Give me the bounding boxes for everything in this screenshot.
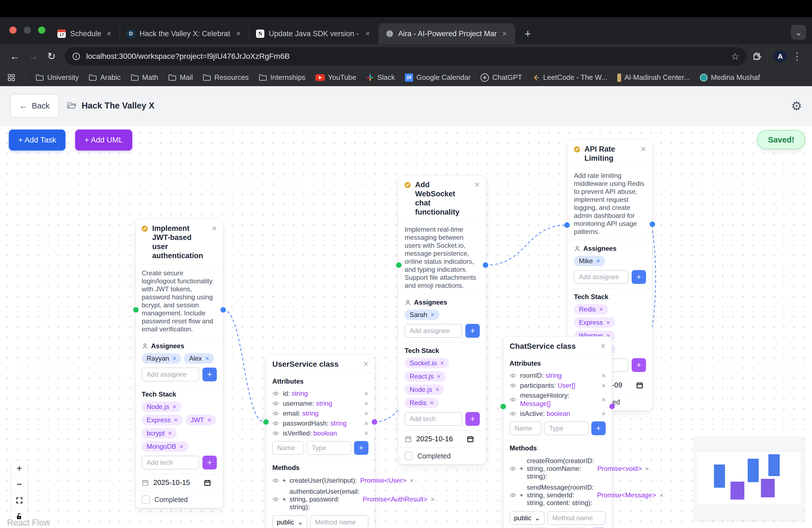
attribute-type-input[interactable] xyxy=(544,421,589,435)
handle-userservice-left[interactable] xyxy=(263,419,269,425)
site-info-icon[interactable] xyxy=(72,52,81,61)
tech-chip[interactable]: Redis× xyxy=(574,304,608,314)
tab-schedule[interactable]: 17 Schedule × xyxy=(50,23,120,44)
bookmark-university[interactable]: University xyxy=(35,73,79,82)
uml-card-userservice[interactable]: UserService class × Attributes id: strin… xyxy=(266,354,375,528)
profile-avatar[interactable]: A xyxy=(774,50,787,63)
add-uml-button[interactable]: + Add UML xyxy=(75,130,132,150)
url-text[interactable]: localhost:3000/workspace?project=l9jIU47… xyxy=(86,52,726,61)
bookmark-google-calendar[interactable]: 28Google Calendar xyxy=(405,73,471,82)
date-picker-icon[interactable] xyxy=(204,479,211,486)
close-tab-icon[interactable]: × xyxy=(501,29,508,38)
zoom-out-button[interactable]: − xyxy=(11,476,28,493)
handle-chatservice-left[interactable] xyxy=(501,404,506,409)
close-tab-icon[interactable]: × xyxy=(106,29,112,38)
remove-method-icon[interactable]: × xyxy=(410,476,414,484)
remove-tech-icon[interactable]: × xyxy=(435,386,439,394)
bookmark-arabic[interactable]: Arabic xyxy=(89,73,121,82)
due-date[interactable]: 2025-10-16 xyxy=(416,435,453,443)
remove-attribute-icon[interactable]: × xyxy=(364,399,368,408)
close-window-button[interactable] xyxy=(10,27,17,34)
tech-chip[interactable]: Express× xyxy=(142,415,183,425)
eye-icon[interactable] xyxy=(272,477,279,484)
remove-attribute-icon[interactable]: × xyxy=(364,429,368,437)
bookmark-star-icon[interactable]: ☆ xyxy=(731,51,739,62)
remove-tech-icon[interactable]: × xyxy=(172,403,176,411)
handle-websocket-right[interactable] xyxy=(483,262,488,268)
remove-attribute-icon[interactable]: × xyxy=(601,410,606,418)
tab-devpost[interactable]: D Hack the Valley X: Celebrating × xyxy=(120,23,249,44)
assignee-chip[interactable]: Alex× xyxy=(184,353,214,364)
add-task-button[interactable]: + Add Task xyxy=(9,130,66,150)
remove-attribute-icon[interactable]: × xyxy=(601,381,606,390)
tech-chip[interactable]: Socket.io× xyxy=(405,358,449,368)
add-attribute-button[interactable]: + xyxy=(591,421,606,435)
tech-chip[interactable]: Express× xyxy=(574,317,615,328)
eye-icon[interactable] xyxy=(272,390,279,397)
handle-userservice-right[interactable] xyxy=(372,419,377,425)
remove-assignee-icon[interactable]: × xyxy=(596,257,600,265)
tab-aira-active[interactable]: Aira - AI-Powered Project Mar × xyxy=(378,23,515,44)
remove-attribute-icon[interactable]: × xyxy=(601,395,606,404)
method-name-input[interactable] xyxy=(310,515,368,528)
url-bar[interactable]: localhost:3000/workspace?project=l9jIU47… xyxy=(64,47,746,65)
attribute-name-input[interactable] xyxy=(272,441,304,455)
back-button[interactable]: ← Back xyxy=(10,94,59,118)
close-icon[interactable]: × xyxy=(475,180,480,189)
add-assignee-button[interactable]: + xyxy=(632,270,646,284)
add-assignee-input[interactable] xyxy=(142,368,199,381)
add-tech-button[interactable]: + xyxy=(202,456,217,469)
assignee-chip[interactable]: Rayyan× xyxy=(142,353,181,364)
add-tech-button[interactable]: + xyxy=(632,358,646,372)
add-assignee-button[interactable]: + xyxy=(202,368,217,381)
remove-assignee-icon[interactable]: × xyxy=(431,311,434,319)
reload-icon[interactable]: ↻ xyxy=(44,50,59,62)
remove-tech-icon[interactable]: × xyxy=(440,359,444,367)
remove-tech-icon[interactable]: × xyxy=(179,443,184,450)
close-icon[interactable]: × xyxy=(641,145,646,153)
react-flow-attribution[interactable]: React Flow xyxy=(7,518,50,528)
task-card-websocket[interactable]: Add WebSocket chat functionality × Imple… xyxy=(398,175,486,465)
date-picker-icon[interactable] xyxy=(636,382,643,389)
bookmark-al-madinah[interactable]: Al-Madinah Center... xyxy=(617,73,690,82)
remove-assignee-icon[interactable]: × xyxy=(172,355,176,362)
new-tab-button[interactable]: + xyxy=(524,28,531,39)
bookmark-mail[interactable]: Mail xyxy=(168,73,193,82)
remove-attribute-icon[interactable]: × xyxy=(364,390,368,398)
eye-icon[interactable] xyxy=(272,430,279,437)
bookmark-youtube[interactable]: YouTube xyxy=(315,73,356,82)
attribute-type-input[interactable] xyxy=(307,441,351,455)
add-assignee-input[interactable] xyxy=(405,324,462,338)
settings-gear-icon[interactable]: ⚙ xyxy=(791,99,802,113)
remove-tech-icon[interactable]: × xyxy=(207,416,211,424)
eye-icon[interactable] xyxy=(510,492,516,498)
bookmark-leetcode[interactable]: LeetCode - The W... xyxy=(532,73,607,82)
tech-chip[interactable]: Node.js× xyxy=(405,384,444,395)
attribute-name-input[interactable] xyxy=(510,421,541,435)
apps-grid-icon[interactable] xyxy=(7,73,15,82)
add-tech-button[interactable]: + xyxy=(465,412,480,426)
visibility-select[interactable]: public⌄ xyxy=(510,511,545,525)
bookmark-slack[interactable]: Slack xyxy=(366,73,395,82)
remove-tech-icon[interactable]: × xyxy=(606,319,610,326)
assignee-chip[interactable]: Sarah× xyxy=(405,310,439,320)
assignee-chip[interactable]: Mike× xyxy=(574,256,605,266)
handle-jwt-left[interactable] xyxy=(133,307,139,312)
remove-attribute-icon[interactable]: × xyxy=(601,371,606,380)
remove-attribute-icon[interactable]: × xyxy=(364,409,368,417)
eye-icon[interactable] xyxy=(510,382,516,389)
handle-chatservice-right[interactable] xyxy=(609,404,615,409)
zoom-window-button[interactable] xyxy=(38,27,45,34)
tech-chip[interactable]: Node.js× xyxy=(142,401,181,412)
close-icon[interactable]: × xyxy=(212,224,217,232)
tech-chip[interactable]: React.js× xyxy=(405,371,446,382)
bookmark-math[interactable]: Math xyxy=(131,73,158,82)
tab-notion[interactable]: N Update Java SDK version - Al × xyxy=(249,23,378,44)
remove-assignee-icon[interactable]: × xyxy=(205,355,209,362)
eye-icon[interactable] xyxy=(272,400,279,407)
eye-icon[interactable] xyxy=(272,410,279,417)
uml-card-chatservice[interactable]: ChatService class × Attributes roomID: s… xyxy=(503,336,612,528)
eye-icon[interactable] xyxy=(510,396,516,403)
remove-method-icon[interactable]: × xyxy=(645,465,649,472)
forward-nav-icon[interactable]: → xyxy=(25,50,41,62)
